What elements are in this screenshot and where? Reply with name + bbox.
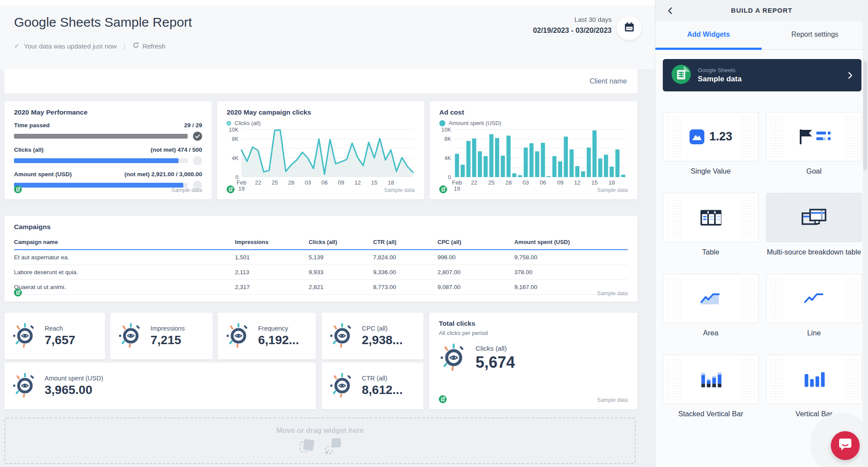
date-range-value: 02/19/2023 - 03/20/2023	[490, 25, 612, 36]
goal-row: Clicks (all) (not met) 474 / 500	[14, 146, 202, 165]
divider: |	[124, 42, 126, 50]
column-header: Impressions	[235, 235, 308, 250]
goal-label: Clicks (all)	[14, 146, 44, 153]
widget-card-single-value[interactable]: 1.23	[663, 112, 759, 161]
eye-icon	[226, 323, 251, 350]
library-item: Table	[663, 193, 759, 257]
goal-rows: Time passed 29 / 29 Clicks (all) (not me…	[14, 122, 202, 190]
bar-chart-widget[interactable]: Ad cost Amount spent (USD) 04K8K10KFeb19…	[430, 101, 637, 199]
date-range-display[interactable]: Last 30 days 02/19/2023 - 03/20/2023	[490, 15, 612, 35]
chat-button[interactable]	[831, 431, 860, 460]
svg-text:28: 28	[288, 179, 294, 186]
refresh-button[interactable]: Refresh	[133, 42, 166, 50]
library-item: Goal	[766, 112, 862, 176]
metric-label: Frequency	[258, 325, 299, 332]
chevron-right-icon	[848, 72, 853, 79]
metric-value: 6,192...	[258, 333, 299, 347]
line-widget-footer: Sample data	[227, 185, 415, 195]
scrollbar-thumb[interactable]	[863, 61, 867, 171]
svg-text:22: 22	[471, 179, 477, 186]
widget-dropzone[interactable]: Move or drag widget here ↙	[4, 418, 636, 464]
goal-circle-icon	[193, 156, 202, 165]
metric-label: Reach	[45, 325, 75, 332]
svg-text:28: 28	[505, 179, 511, 186]
tab-report-settings[interactable]: Report settings	[762, 21, 868, 49]
date-range-label: Last 30 days	[490, 15, 612, 25]
widget-card-table[interactable]	[663, 193, 759, 242]
table-cell: 996.00	[438, 250, 514, 265]
svg-text:Feb: Feb	[452, 179, 462, 186]
metric-value: 8,612...	[362, 383, 402, 397]
single-value-widget-reach[interactable]: Reach 7,657	[4, 313, 105, 359]
single-value-widget-cpc[interactable]: CPC (all) 2,938...	[322, 313, 424, 359]
goal-progress-track	[14, 134, 188, 139]
svg-text:10K: 10K	[441, 127, 452, 133]
move-widget-icon	[300, 438, 315, 454]
vertical-bar-icon	[803, 370, 826, 389]
table-cell: 9,933	[308, 265, 373, 280]
widget-card-goal[interactable]	[766, 112, 862, 161]
dropzone-label: Move or drag widget here	[5, 426, 635, 435]
library-item: 1.23Single Value	[663, 112, 759, 176]
metric-value: 7,657	[45, 333, 75, 347]
library-item: Stacked Vertical Bar	[663, 355, 759, 418]
svg-text:03: 03	[523, 179, 529, 186]
widget-card-multi-source[interactable]	[766, 193, 862, 242]
total-clicks-widget[interactable]: Total clicks All clicks per period Click…	[429, 313, 637, 409]
update-status-row: ✓ Your data was updated just now | Refre…	[14, 42, 165, 50]
google-sheets-icon	[672, 65, 691, 86]
total-clicks-title: Total clicks	[439, 320, 628, 328]
column-header: Amount spent (USD)	[514, 235, 628, 250]
widget-card-label: Table	[663, 247, 759, 257]
single-value-icon: 1.23	[689, 129, 732, 145]
metric-label: Clicks (all)	[476, 345, 515, 352]
table-cell: 9,336.00	[373, 265, 438, 280]
google-sheets-source-icon	[14, 185, 22, 195]
widget-card-area[interactable]	[663, 274, 759, 323]
svg-text:18: 18	[609, 179, 615, 186]
single-value-widget-impressions[interactable]: Impressions 7,215	[110, 313, 213, 359]
bar-widget-title: Ad cost	[439, 108, 628, 116]
campaigns-table-widget[interactable]: Campaigns Campaign nameImpressionsClicks…	[4, 216, 637, 302]
goal-row: Time passed 29 / 29	[14, 122, 202, 141]
goal-widget-title: 2020 May Performance	[14, 108, 202, 116]
metric-value: 3,965.00	[45, 383, 103, 397]
widget-card-stacked-bar[interactable]	[663, 355, 759, 404]
widget-card-vertical-bar[interactable]	[766, 355, 862, 404]
client-bar: Client name	[4, 69, 637, 93]
goal-label: Time passed	[14, 122, 50, 129]
single-value-widget-frequency[interactable]: Frequency 6,192...	[218, 313, 316, 359]
google-sheets-source-card[interactable]: Google Sheets Sample data	[663, 59, 861, 91]
eye-icon	[329, 373, 355, 400]
sample-data-label: Sample data	[597, 187, 628, 193]
sidebar-title: BUILD A REPORT	[655, 0, 868, 21]
single-value-widget-ctr[interactable]: CTR (all) 8,612...	[322, 362, 424, 409]
calendar-button[interactable]	[617, 16, 641, 40]
table-cell: 9,758.00	[514, 250, 628, 265]
google-sheets-source-icon	[439, 395, 447, 405]
widget-card-line[interactable]	[766, 274, 862, 323]
back-chevron-icon[interactable]	[668, 7, 672, 16]
report-canvas: Google Sheets Sample Report ✓ Your data …	[0, 0, 655, 467]
goal-progress-fill	[14, 134, 188, 139]
table-cell: 378.00	[514, 265, 628, 280]
build-report-sidebar: BUILD A REPORT Add Widgets Report settin…	[655, 0, 868, 467]
svg-text:25: 25	[488, 179, 494, 186]
svg-text:8K: 8K	[444, 136, 452, 142]
google-sheets-source-icon	[439, 185, 447, 195]
area-icon	[699, 290, 723, 307]
single-value-widget-amount-spent[interactable]: Amount spent (USD) 3,965.00	[4, 362, 316, 409]
total-clicks-metric: Clicks (all) 5,674	[440, 343, 628, 373]
metric-value: 2,938...	[362, 333, 402, 347]
svg-text:Feb: Feb	[237, 179, 246, 186]
bar-legend: Amount spent (USD)	[439, 120, 628, 126]
metric-label: CPC (all)	[362, 325, 402, 332]
sample-data-label: Sample data	[384, 187, 415, 193]
goal-widget[interactable]: 2020 May Performance Time passed 29 / 29…	[4, 101, 212, 199]
table-cell: 1,501	[235, 250, 308, 265]
source-name-label: Sample data	[698, 75, 742, 84]
tab-add-widgets[interactable]: Add Widgets	[655, 21, 762, 49]
active-tab-indicator	[655, 48, 762, 50]
line-chart-widget[interactable]: 2020 May campaign clicks Clicks (all) 04…	[217, 101, 424, 199]
goal-icon	[797, 128, 832, 146]
